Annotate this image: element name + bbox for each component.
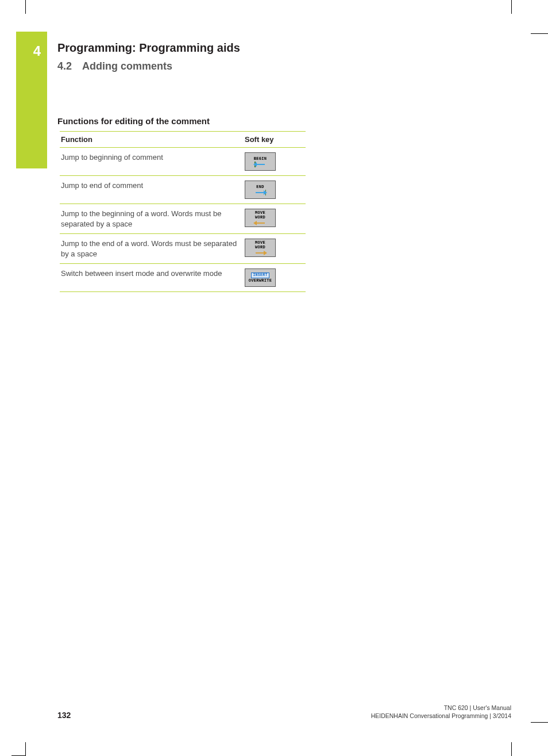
crop-mark <box>25 742 26 756</box>
softkey-end: END <box>245 181 276 199</box>
footer-meta-line: TNC 620 | User's Manual <box>371 704 511 712</box>
section-title: Adding comments <box>82 60 172 72</box>
softkey-label: WORD <box>255 245 265 250</box>
subsection-title: Functions for editing of the comment <box>57 116 210 126</box>
softkey-label: MOVE <box>255 241 265 245</box>
softkey-insert-overwrite: INSERT OVERWRITE <box>245 268 276 287</box>
arrow-right-icon <box>253 190 267 195</box>
crop-mark <box>511 742 512 756</box>
table-row: Jump to the beginning of a word. Words m… <box>60 204 306 234</box>
chapter-number: 4 <box>33 43 41 59</box>
col-header-function: Function <box>60 132 244 148</box>
page-footer: 132 TNC 620 | User's Manual HEIDENHAIN C… <box>57 704 511 720</box>
softkey-label: MOVE <box>255 211 265 215</box>
crop-mark <box>25 0 26 14</box>
softkey-cell: END <box>244 176 306 204</box>
section-heading: 4.2Adding comments <box>57 60 172 72</box>
page-number: 132 <box>57 711 71 720</box>
softkey-move-word-right: MOVE WORD <box>245 239 276 257</box>
function-desc: Switch between insert mode and overwrite… <box>60 264 244 292</box>
table-header-row: Function Soft key <box>60 132 306 148</box>
softkey-label: WORD <box>255 216 265 220</box>
function-desc: Jump to end of comment <box>60 176 244 204</box>
crop-mark <box>531 722 548 723</box>
function-desc: Jump to beginning of comment <box>60 148 244 176</box>
table-row: Jump to end of comment END <box>60 176 306 204</box>
footer-meta: TNC 620 | User's Manual HEIDENHAIN Conve… <box>371 704 511 720</box>
col-header-softkey: Soft key <box>244 132 306 148</box>
footer-meta-line: HEIDENHAIN Conversational Programming | … <box>371 712 511 720</box>
softkey-cell: INSERT OVERWRITE <box>244 264 306 292</box>
arrow-right-icon <box>253 251 267 255</box>
crop-mark <box>511 0 512 14</box>
softkey-cell: MOVE WORD <box>244 234 306 264</box>
softkey-label: END <box>256 185 264 189</box>
softkey-label: BEGIN <box>254 157 267 161</box>
table-row: Jump to the end of a word. Words must be… <box>60 234 306 264</box>
softkey-begin: BEGIN <box>245 152 276 171</box>
function-desc: Jump to the beginning of a word. Words m… <box>60 204 244 234</box>
function-desc: Jump to the end of a word. Words must be… <box>60 234 244 264</box>
table-row: Switch between insert mode and overwrite… <box>60 264 306 292</box>
softkey-move-word-left: MOVE WORD <box>245 209 276 227</box>
softkey-label: OVERWRITE <box>249 279 272 283</box>
softkey-cell: BEGIN <box>244 148 306 176</box>
softkey-label: INSERT <box>251 273 269 278</box>
functions-table: Function Soft key Jump to beginning of c… <box>60 131 306 292</box>
softkey-cell: MOVE WORD <box>244 204 306 234</box>
crop-mark <box>531 33 548 34</box>
section-number: 4.2 <box>57 60 72 72</box>
chapter-title: Programming: Programming aids <box>57 41 240 55</box>
table-row: Jump to beginning of comment BEGIN <box>60 148 306 176</box>
chapter-tab: 4 <box>16 32 47 168</box>
arrow-left-icon <box>253 221 267 225</box>
arrow-left-icon <box>253 162 267 167</box>
